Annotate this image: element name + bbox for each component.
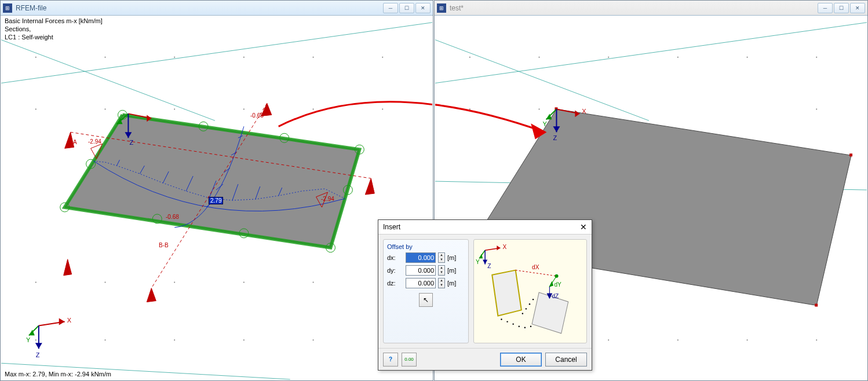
svg-point-79 — [747, 57, 748, 58]
section-label-bb: B-B — [159, 242, 169, 248]
close-button[interactable]: ✕ — [850, 3, 865, 13]
right-titlebar[interactable]: ⊞ test* ─ ☐ ✕ — [435, 1, 867, 16]
svg-marker-117 — [532, 292, 568, 334]
svg-point-135 — [529, 303, 530, 305]
svg-point-129 — [512, 323, 513, 324]
cancel-button[interactable]: Cancel — [545, 353, 587, 367]
svg-line-25 — [1, 40, 215, 121]
svg-point-5 — [382, 57, 383, 58]
value-neg068-left: -0.68 — [166, 214, 179, 220]
left-viewport[interactable]: Basic Internal Forces m-x [kNm/m] Sectio… — [1, 16, 432, 380]
svg-point-77 — [608, 57, 609, 58]
value-neg294-left: -2.94 — [88, 138, 101, 145]
svg-point-131 — [524, 327, 526, 328]
svg-point-21 — [243, 339, 245, 340]
dialog-close-icon[interactable]: ✕ — [580, 222, 587, 232]
svg-point-6 — [35, 108, 37, 109]
svg-text:Z: Z — [487, 263, 491, 269]
dx-spinner[interactable]: ▲▼ — [438, 252, 445, 263]
svg-marker-67 — [59, 318, 65, 325]
svg-point-9 — [243, 108, 245, 109]
svg-point-0 — [35, 57, 37, 58]
svg-point-133 — [522, 313, 523, 314]
svg-text:Z: Z — [36, 351, 40, 358]
minimize-button[interactable]: ─ — [383, 3, 398, 13]
svg-point-132 — [530, 325, 531, 327]
svg-text:Z: Z — [129, 139, 133, 146]
svg-point-15 — [243, 282, 245, 283]
pick-point-button[interactable]: ↖ — [419, 293, 433, 307]
dz-label: dz: — [387, 280, 403, 287]
svg-point-18 — [35, 339, 37, 340]
offset-row-dy: dy: ▲▼ [m] — [387, 265, 465, 276]
svg-point-20 — [174, 339, 175, 340]
svg-point-86 — [608, 339, 609, 340]
svg-point-89 — [816, 339, 817, 340]
help-icon: ? — [389, 356, 392, 362]
dx-input[interactable] — [406, 252, 436, 263]
svg-point-16 — [313, 282, 314, 283]
svg-line-24 — [1, 23, 432, 83]
svg-point-87 — [677, 339, 679, 340]
close-button[interactable]: ✕ — [415, 3, 431, 13]
value-neg294-right: -2.94 — [321, 196, 334, 202]
svg-point-11 — [382, 108, 383, 109]
svg-marker-53 — [64, 259, 72, 276]
maximize-button[interactable]: ☐ — [399, 3, 414, 13]
dz-input[interactable] — [406, 278, 436, 288]
svg-text:Y: Y — [543, 120, 548, 127]
units-icon: 0.00 — [404, 357, 414, 362]
dy-unit: [m] — [447, 267, 456, 274]
window-controls: ─ ☐ ✕ — [818, 3, 865, 13]
svg-line-118 — [516, 270, 557, 276]
svg-point-22 — [313, 339, 314, 340]
dy-input[interactable] — [406, 265, 436, 276]
offset-legend: Offset by — [387, 243, 465, 250]
dx-label: dx: — [387, 254, 403, 261]
value-279-center: 2.79 — [209, 197, 223, 204]
svg-marker-52 — [365, 178, 374, 195]
svg-marker-56 — [147, 288, 156, 302]
svg-point-10 — [313, 108, 314, 109]
minimize-button[interactable]: ─ — [818, 3, 833, 13]
svg-text:dX: dX — [532, 264, 539, 270]
svg-rect-94 — [849, 153, 852, 156]
offset-row-dz: dz: ▲▼ [m] — [387, 278, 465, 288]
svg-point-76 — [539, 57, 540, 58]
dialog-body: Offset by dx: ▲▼ [m] dy: ▲▼ [m] dz: ▲▼ [… — [378, 235, 592, 348]
svg-line-26 — [1, 363, 290, 379]
svg-point-128 — [506, 321, 508, 322]
svg-line-90 — [435, 23, 867, 83]
svg-text:Z: Z — [553, 134, 557, 141]
offset-illustration: X Y Z dX dY dZ — [473, 239, 587, 343]
dialog-titlebar[interactable]: Insert ✕ — [378, 220, 592, 235]
svg-line-91 — [435, 40, 649, 121]
svg-marker-71 — [35, 343, 42, 349]
svg-point-81 — [469, 108, 471, 109]
svg-point-7 — [105, 108, 106, 109]
offset-row-dx: dx: ▲▼ [m] — [387, 252, 465, 263]
help-button[interactable]: ? — [383, 353, 398, 367]
svg-marker-112 — [483, 259, 487, 264]
ok-button[interactable]: OK — [500, 353, 542, 367]
dz-unit: [m] — [447, 280, 456, 287]
dialog-title: Insert — [383, 223, 400, 231]
dz-spinner[interactable]: ▲▼ — [438, 278, 445, 288]
svg-marker-116 — [492, 270, 521, 316]
right-title: test* — [450, 4, 818, 12]
svg-text:Y: Y — [476, 259, 480, 265]
dy-spinner[interactable]: ▲▼ — [438, 265, 445, 276]
app-icon: ⊞ — [3, 3, 12, 13]
window-controls: ─ ☐ ✕ — [383, 3, 431, 13]
svg-point-80 — [816, 57, 817, 58]
maximize-button[interactable]: ☐ — [834, 3, 849, 13]
svg-point-14 — [174, 282, 175, 283]
svg-rect-95 — [815, 304, 818, 307]
svg-point-4 — [313, 57, 314, 58]
offset-fieldset: Offset by dx: ▲▼ [m] dy: ▲▼ [m] dz: ▲▼ [… — [383, 239, 469, 343]
units-button[interactable]: 0.00 — [402, 353, 417, 367]
svg-point-136 — [533, 299, 534, 300]
svg-point-75 — [469, 57, 471, 58]
left-titlebar[interactable]: ⊞ RFEM-file ─ ☐ ✕ — [1, 1, 433, 16]
svg-point-130 — [519, 325, 520, 327]
